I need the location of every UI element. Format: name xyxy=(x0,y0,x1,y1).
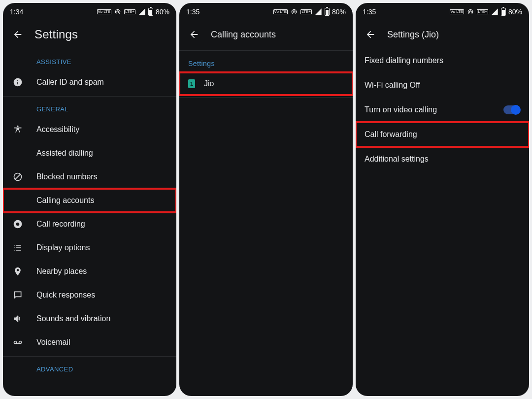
record-icon xyxy=(12,219,24,229)
label: Nearby places xyxy=(36,267,87,276)
item-display-options[interactable]: Display options xyxy=(3,236,176,260)
settings-list: ASSISTIVE Caller ID and spam GENERAL Acc… xyxy=(3,51,176,396)
label: Fixed dialling numbers xyxy=(365,56,443,65)
battery-icon xyxy=(501,8,506,16)
item-video-calling[interactable]: Turn on video calling xyxy=(356,98,529,122)
battery-icon xyxy=(325,8,330,16)
item-blocked-numbers[interactable]: Blocked numbers xyxy=(3,165,176,189)
screen-calling-accounts: 1:35 Vo LTE LTE+ 80% Calling accounts Se… xyxy=(179,3,353,396)
item-nearby-places[interactable]: Nearby places xyxy=(3,260,176,283)
label: Wi-Fi calling xyxy=(365,81,407,89)
signal-icon xyxy=(138,8,146,16)
volte-icon: Vo LTE xyxy=(97,9,112,14)
battery-icon xyxy=(148,8,153,16)
statusbar: 1:35 Vo LTE LTE+ 80% xyxy=(356,3,529,21)
status-icons: Vo LTE LTE+ 80% xyxy=(97,8,169,16)
divider xyxy=(179,50,353,51)
divider xyxy=(3,356,176,357)
item-call-forwarding[interactable]: Call forwarding xyxy=(356,122,529,147)
lte-icon: LTE+ xyxy=(477,9,488,14)
item-additional-settings[interactable]: Additional settings xyxy=(356,147,529,171)
battery-percent: 80% xyxy=(332,8,346,16)
clock: 1:35 xyxy=(363,8,376,16)
appbar: Settings xyxy=(3,21,176,51)
location-icon xyxy=(12,266,24,276)
label: Quick responses xyxy=(36,291,95,299)
signal-icon xyxy=(314,8,322,16)
label: Call forwarding xyxy=(365,130,417,138)
accessibility-icon xyxy=(12,125,24,134)
sim-name: Jio xyxy=(204,79,214,88)
statusbar: 1:34 Vo LTE LTE+ 80% xyxy=(3,3,176,21)
sim-settings-list: Fixed dialling numbers Wi-Fi calling Off… xyxy=(356,48,529,396)
lte-icon: LTE+ xyxy=(300,9,312,14)
item-caller-id[interactable]: Caller ID and spam xyxy=(3,70,176,94)
screen-sim-settings: 1:35 Vo LTE LTE+ 80% Settings (Jio) Fixe… xyxy=(356,3,529,396)
page-title: Calling accounts xyxy=(211,30,276,40)
label: Call recording xyxy=(36,220,85,229)
label: Blocked numbers xyxy=(36,172,98,181)
item-voicemail[interactable]: Voicemail xyxy=(3,331,176,354)
label: Caller ID and spam xyxy=(36,78,104,87)
volume-icon xyxy=(12,314,24,324)
clock: 1:34 xyxy=(10,8,23,16)
screen-settings: 1:34 Vo LTE LTE+ 80% Settings ASSISTIVE … xyxy=(3,3,176,396)
section-settings: Settings xyxy=(179,53,353,72)
hotspot-icon xyxy=(290,8,298,16)
back-button[interactable] xyxy=(188,29,200,40)
label: Sounds and vibration xyxy=(36,314,110,323)
item-quick-responses[interactable]: Quick responses xyxy=(3,283,176,307)
status-icons: Vo LTE LTE+ 80% xyxy=(450,8,522,16)
sublabel: Off xyxy=(410,81,420,89)
battery-percent: 80% xyxy=(508,8,522,16)
label: Additional settings xyxy=(365,155,429,163)
item-sounds-vibration[interactable]: Sounds and vibration xyxy=(3,307,176,331)
label: Turn on video calling xyxy=(365,105,437,114)
video-calling-toggle[interactable] xyxy=(503,105,520,114)
page-title: Settings xyxy=(34,28,78,41)
item-wifi-calling[interactable]: Wi-Fi calling Off xyxy=(356,73,529,98)
lte-icon: LTE+ xyxy=(124,9,135,14)
section-assistive: ASSISTIVE xyxy=(3,51,176,70)
item-calling-accounts[interactable]: Calling accounts xyxy=(3,189,176,212)
battery-percent: 80% xyxy=(156,8,169,16)
info-icon xyxy=(12,77,24,87)
sim-slot-icon: 1 xyxy=(188,79,195,88)
appbar: Calling accounts xyxy=(179,21,353,48)
back-button[interactable] xyxy=(365,29,376,40)
label: Calling accounts xyxy=(36,196,94,205)
label: Assisted dialling xyxy=(36,149,93,158)
clock: 1:35 xyxy=(186,8,200,16)
volte-icon: Vo LTE xyxy=(273,9,288,14)
voicemail-icon xyxy=(12,337,24,347)
hotspot-icon xyxy=(466,8,474,16)
status-icons: Vo LTE LTE+ 80% xyxy=(273,8,346,16)
volte-icon: Vo LTE xyxy=(450,9,465,14)
divider xyxy=(3,96,176,97)
signal-icon xyxy=(491,8,499,16)
chat-icon xyxy=(12,290,24,300)
back-button[interactable] xyxy=(12,29,24,40)
accounts-list: Settings 1 Jio xyxy=(179,53,353,396)
list-icon xyxy=(12,243,24,253)
hotspot-icon xyxy=(114,8,122,16)
item-call-recording[interactable]: Call recording xyxy=(3,212,176,236)
section-advanced: ADVANCED xyxy=(3,359,176,378)
sim-account-jio[interactable]: 1 Jio xyxy=(179,72,353,95)
label: Voicemail xyxy=(36,338,70,347)
page-title: Settings (Jio) xyxy=(387,30,439,40)
divider xyxy=(179,97,353,98)
item-fixed-dialling[interactable]: Fixed dialling numbers xyxy=(356,48,529,73)
block-icon xyxy=(12,172,24,182)
item-accessibility[interactable]: Accessibility xyxy=(3,118,176,141)
appbar: Settings (Jio) xyxy=(356,21,529,48)
label: Accessibility xyxy=(36,125,79,134)
section-general: GENERAL xyxy=(3,99,176,118)
item-assisted-dialling[interactable]: Assisted dialling xyxy=(3,141,176,165)
label: Display options xyxy=(36,243,90,252)
statusbar: 1:35 Vo LTE LTE+ 80% xyxy=(179,3,353,21)
